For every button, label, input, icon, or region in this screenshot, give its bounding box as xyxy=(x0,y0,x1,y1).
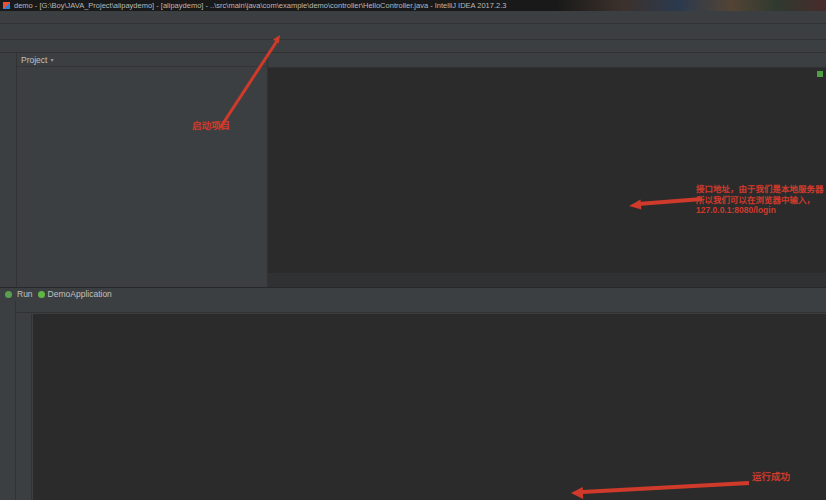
run-icon xyxy=(5,291,12,298)
run-panel: Run DemoApplication xyxy=(0,287,826,500)
run-toolbar-outer xyxy=(0,301,16,500)
run-tab-bar xyxy=(0,300,826,313)
editor-breadcrumb xyxy=(268,273,826,287)
annotation-start-project: 启动项目 xyxy=(192,118,230,132)
intellij-logo-icon xyxy=(3,2,10,9)
code-area[interactable] xyxy=(268,68,826,273)
console-toolbar xyxy=(17,314,32,500)
spring-boot-icon xyxy=(38,291,45,298)
intellij-window: demo - [G:\Boy\JAVA_Project\alipaydemo] … xyxy=(0,0,826,500)
title-bar: demo - [G:\Boy\JAVA_Project\alipaydemo] … xyxy=(0,0,826,11)
inspection-indicator xyxy=(817,71,823,77)
project-panel: Project ▾ xyxy=(17,53,268,287)
run-panel-title: Run xyxy=(17,289,33,299)
editor-tab-bar xyxy=(268,53,826,68)
tool-window-strip xyxy=(0,53,17,287)
annotation-api-address: 接口地址，由于我们是本地服务器 所以我们可以在浏览器中输入， 127.0.0.1… xyxy=(696,184,824,216)
main-area: Project ▾ xyxy=(0,53,826,287)
run-panel-header: Run DemoApplication xyxy=(0,288,826,300)
console-output[interactable] xyxy=(33,314,826,500)
breadcrumb-bar xyxy=(0,40,826,53)
chevron-down-icon: ▾ xyxy=(50,56,53,63)
window-title: demo - [G:\Boy\JAVA_Project\alipaydemo] … xyxy=(14,1,506,10)
editor xyxy=(268,53,826,287)
project-panel-header: Project ▾ xyxy=(17,53,267,67)
project-panel-title[interactable]: Project xyxy=(21,55,47,65)
menu-bar xyxy=(0,11,826,24)
annotation-run-success: 运行成功 xyxy=(752,469,790,483)
main-toolbar xyxy=(0,24,826,40)
run-config-tab[interactable]: DemoApplication xyxy=(38,289,112,299)
